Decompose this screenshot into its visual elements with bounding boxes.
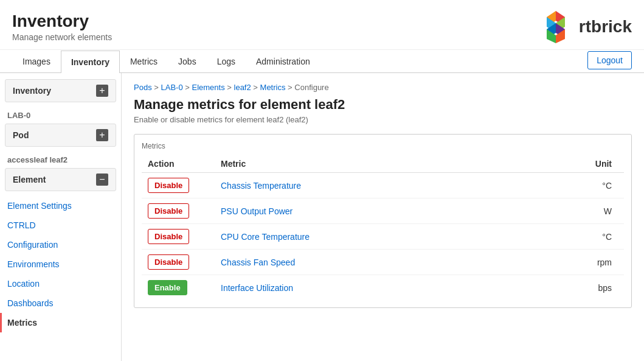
unit-cell: rpm (563, 250, 624, 275)
breadcrumb-sep-5: > (288, 83, 294, 92)
disable-button[interactable]: Disable (148, 203, 189, 219)
rtbrick-logo-icon (538, 10, 574, 43)
col-header-metric: Metric (215, 155, 563, 173)
breadcrumb-lab0[interactable]: LAB-0 (161, 83, 182, 92)
sidebar-item-environments[interactable]: Environments (0, 254, 121, 274)
enable-button[interactable]: Enable (148, 280, 187, 295)
page-title-main: Inventory (12, 12, 112, 31)
sidebar-element-section: Element − (0, 168, 121, 191)
sidebar-item-metrics[interactable]: Metrics (0, 313, 121, 332)
tab-inventory[interactable]: Inventory (61, 51, 120, 73)
sidebar-inventory-header[interactable]: Inventory + (5, 79, 116, 102)
table-row: DisableChassis Fan Speedrpm (142, 250, 624, 275)
metric-link[interactable]: PSU Output Power (221, 206, 293, 216)
breadcrumb-sep-3: > (227, 83, 234, 92)
sidebar-inventory-label: Inventory (13, 86, 51, 96)
tab-metrics[interactable]: Metrics (120, 50, 168, 72)
element-collapse-button[interactable]: − (96, 173, 108, 186)
breadcrumb-elements[interactable]: Elements (192, 83, 224, 92)
main-content: Pods > LAB-0 > Elements > leaf2 > Metric… (122, 73, 644, 361)
sidebar-inventory-section: Inventory + (0, 79, 121, 102)
table-row: DisablePSU Output PowerW (142, 198, 624, 224)
table-row: DisableCPU Core Temperature°C (142, 224, 624, 250)
sidebar-element-group-label: accessleaf leaf2 (0, 152, 121, 168)
unit-cell: °C (563, 224, 624, 250)
inventory-add-button[interactable]: + (96, 85, 108, 97)
metrics-box-title: Metrics (142, 142, 624, 150)
table-header-row: Action Metric Unit (142, 155, 624, 173)
disable-button[interactable]: Disable (148, 178, 189, 193)
breadcrumb-leaf2[interactable]: leaf2 (234, 83, 251, 92)
sidebar-item-dashboards[interactable]: Dashboards (0, 293, 121, 313)
pod-add-button[interactable]: + (96, 129, 108, 141)
header-right: rtbrick (538, 10, 632, 43)
breadcrumb-metrics[interactable]: Metrics (260, 83, 286, 92)
metric-link[interactable]: Chassis Temperature (221, 181, 301, 191)
breadcrumb-pods[interactable]: Pods (134, 83, 152, 92)
metric-link[interactable]: Interface Utilization (221, 283, 293, 293)
breadcrumb-configure: Configure (294, 83, 328, 92)
breadcrumb: Pods > LAB-0 > Elements > leaf2 > Metric… (134, 83, 632, 92)
sidebar-element-label: Element (13, 175, 46, 184)
main-layout: Inventory + LAB-0 Pod + accessleaf leaf2… (0, 73, 644, 361)
tabs-left: Images Inventory Metrics Jobs Logs Admin… (12, 50, 587, 72)
col-header-action: Action (142, 155, 215, 173)
tab-jobs[interactable]: Jobs (168, 50, 207, 72)
metric-link[interactable]: Chassis Fan Speed (221, 258, 295, 267)
header-branding: Inventory Manage network elements (12, 12, 112, 42)
tab-images[interactable]: Images (12, 50, 61, 72)
metric-link[interactable]: CPU Core Temperature (221, 232, 310, 242)
content-page-subtitle: Enable or disable metrics for element le… (134, 115, 632, 124)
breadcrumb-sep-4: > (253, 83, 260, 92)
metrics-box: Metrics Action Metric Unit DisableChassi… (134, 134, 632, 308)
col-header-unit: Unit (563, 155, 624, 173)
logo-container: rtbrick (538, 10, 632, 43)
table-row: EnableInterface Utilizationbps (142, 275, 624, 301)
logo-text: rtbrick (579, 17, 632, 37)
sidebar-pod-section: Pod + (0, 124, 121, 147)
nav-tabs-bar: Images Inventory Metrics Jobs Logs Admin… (0, 50, 644, 73)
breadcrumb-sep-2: > (185, 83, 192, 92)
logout-button[interactable]: Logout (587, 51, 632, 69)
disable-button[interactable]: Disable (148, 254, 189, 270)
sidebar-lab-label: LAB-0 (0, 107, 121, 124)
disable-button[interactable]: Disable (148, 229, 189, 244)
sidebar-pod-label: Pod (13, 130, 29, 140)
sidebar-element-header[interactable]: Element − (5, 168, 116, 191)
tabs-right: Logout (587, 50, 632, 72)
table-row: DisableChassis Temperature°C (142, 173, 624, 198)
unit-cell: °C (563, 173, 624, 198)
page-subtitle-main: Manage network elements (12, 32, 112, 42)
content-page-title: Manage metrics for element leaf2 (134, 97, 632, 113)
sidebar-item-configuration[interactable]: Configuration (0, 235, 121, 254)
sidebar-pod-header[interactable]: Pod + (5, 124, 116, 147)
metrics-table: Action Metric Unit DisableChassis Temper… (142, 155, 624, 300)
sidebar-item-element-settings[interactable]: Element Settings (0, 196, 121, 216)
sidebar: Inventory + LAB-0 Pod + accessleaf leaf2… (0, 73, 122, 361)
unit-cell: bps (563, 275, 624, 301)
tab-administration[interactable]: Administration (246, 50, 320, 72)
unit-cell: W (563, 198, 624, 224)
sidebar-item-ctrld[interactable]: CTRLD (0, 216, 121, 235)
tab-logs[interactable]: Logs (207, 50, 246, 72)
page-header: Inventory Manage network elements rtbric… (0, 0, 644, 50)
sidebar-item-location[interactable]: Location (0, 274, 121, 293)
breadcrumb-sep-1: > (154, 83, 161, 92)
